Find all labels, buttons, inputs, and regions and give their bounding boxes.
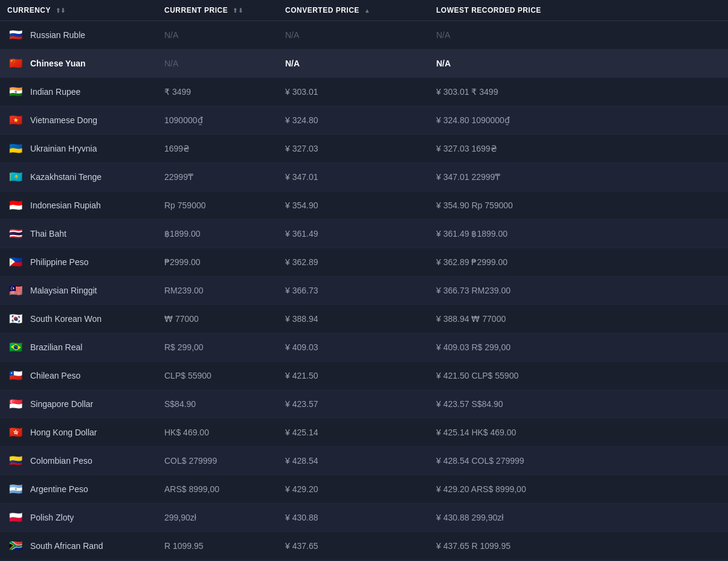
table-row: 🇷🇺Russian RubleN/AN/AN/A <box>0 21 728 50</box>
header-current-price[interactable]: CURRENT PRICE ⬆⬇ <box>157 0 278 21</box>
header-currency[interactable]: CURRENCY ⬆⬇ <box>0 0 157 21</box>
lowest-price-18: ¥ 437.65 R 1099.95 <box>429 532 728 560</box>
currency-cell-15: 🇨🇴Colombian Peso <box>0 447 157 475</box>
currency-cell-8: 🇵🇭Philippine Peso <box>0 248 157 277</box>
sort-icon-currency[interactable]: ⬆⬇ <box>56 7 66 14</box>
converted-price-17: ¥ 430.88 <box>278 504 429 532</box>
converted-price-18: ¥ 437.65 <box>278 532 429 560</box>
lowest-price-13: ¥ 423.57 S$84.90 <box>429 390 728 418</box>
currency-name-12: Chilean Peso <box>30 371 80 380</box>
lowest-price-8: ¥ 362.89 ₱2999.00 <box>429 248 728 277</box>
flag-icon-8: 🇵🇭 <box>7 254 24 271</box>
lowest-price-10: ¥ 388.94 ₩ 77000 <box>429 305 728 333</box>
converted-price-1: N/A <box>278 50 429 78</box>
current-price-4: 1699₴ <box>157 135 278 163</box>
current-price-14: HK$ 469.00 <box>157 418 278 447</box>
table-row: 🇵🇭Philippine Peso₱2999.00¥ 362.89¥ 362.8… <box>0 248 728 277</box>
converted-price-15: ¥ 428.54 <box>278 447 429 475</box>
current-price-13: S$84.90 <box>157 390 278 418</box>
converted-price-9: ¥ 366.73 <box>278 277 429 305</box>
currency-name-0: Russian Ruble <box>30 30 85 40</box>
table-row: 🇰🇷South Korean Won₩ 77000¥ 388.94¥ 388.9… <box>0 305 728 333</box>
lowest-price-0: N/A <box>429 21 728 50</box>
currency-name-10: South Korean Won <box>30 314 101 324</box>
currency-name-17: Polish Zloty <box>30 513 74 522</box>
currency-cell-11: 🇧🇷Brazilian Real <box>0 333 157 362</box>
current-price-0: N/A <box>157 21 278 50</box>
currency-name-18: South African Rand <box>30 541 103 551</box>
currency-name-5: Kazakhstani Tenge <box>30 172 101 182</box>
currency-cell-18: 🇿🇦South African Rand <box>0 532 157 560</box>
header-current-price-label: CURRENT PRICE <box>164 6 228 14</box>
currency-cell-7: 🇹🇭Thai Baht <box>0 220 157 248</box>
current-price-1: N/A <box>157 50 278 78</box>
flag-icon-0: 🇷🇺 <box>7 27 24 43</box>
converted-price-3: ¥ 324.80 <box>278 106 429 135</box>
sort-icon-current[interactable]: ⬆⬇ <box>233 7 243 14</box>
currency-name-1: Chinese Yuan <box>30 59 86 68</box>
table-row: 🇸🇬Singapore DollarS$84.90¥ 423.57¥ 423.5… <box>0 390 728 418</box>
converted-price-5: ¥ 347.01 <box>278 163 429 191</box>
converted-price-12: ¥ 421.50 <box>278 362 429 390</box>
currency-cell-5: 🇰🇿Kazakhstani Tenge <box>0 163 157 191</box>
table-row: 🇦🇷Argentine PesoARS$ 8999,00¥ 429.20¥ 42… <box>0 475 728 504</box>
current-price-18: R 1099.95 <box>157 532 278 560</box>
current-price-6: Rp 759000 <box>157 191 278 220</box>
currency-cell-3: 🇻🇳Vietnamese Dong <box>0 106 157 135</box>
lowest-price-1: N/A <box>429 50 728 78</box>
current-price-8: ₱2999.00 <box>157 248 278 277</box>
lowest-price-6: ¥ 354.90 Rp 759000 <box>429 191 728 220</box>
currency-name-15: Colombian Peso <box>30 456 92 466</box>
currency-cell-6: 🇮🇩Indonesian Rupiah <box>0 191 157 220</box>
currency-name-16: Argentine Peso <box>30 484 88 494</box>
converted-price-14: ¥ 425.14 <box>278 418 429 447</box>
converted-price-2: ¥ 303.01 <box>278 78 429 106</box>
currency-name-11: Brazilian Real <box>30 342 82 352</box>
currency-name-4: Ukrainian Hryvnia <box>30 144 97 153</box>
currency-name-8: Philippine Peso <box>30 257 89 267</box>
currency-cell-2: 🇮🇳Indian Rupee <box>0 78 157 106</box>
lowest-price-3: ¥ 324.80 1090000₫ <box>429 106 728 135</box>
table-body: 🇷🇺Russian RubleN/AN/AN/A🇨🇳Chinese YuanN/… <box>0 21 728 562</box>
converted-price-16: ¥ 429.20 <box>278 475 429 504</box>
table-row: 🇨🇱Chilean PesoCLP$ 55900¥ 421.50¥ 421.50… <box>0 362 728 390</box>
header-converted-price[interactable]: CONVERTED PRICE ▲ <box>278 0 429 21</box>
flag-icon-12: 🇨🇱 <box>7 367 24 384</box>
currency-cell-1: 🇨🇳Chinese Yuan <box>0 50 157 78</box>
header-lowest-price[interactable]: LOWEST RECORDED PRICE <box>429 0 728 21</box>
table-row: 🇺🇦Ukrainian Hryvnia1699₴¥ 327.03¥ 327.03… <box>0 135 728 163</box>
lowest-price-5: ¥ 347.01 22999₸ <box>429 163 728 191</box>
current-price-17: 299,90zł <box>157 504 278 532</box>
header-lowest-price-label: LOWEST RECORDED PRICE <box>436 6 541 14</box>
lowest-price-4: ¥ 327.03 1699₴ <box>429 135 728 163</box>
flag-icon-1: 🇨🇳 <box>7 55 24 72</box>
currency-cell-16: 🇦🇷Argentine Peso <box>0 475 157 504</box>
lowest-price-17: ¥ 430.88 299,90zł <box>429 504 728 532</box>
converted-price-6: ¥ 354.90 <box>278 191 429 220</box>
current-price-16: ARS$ 8999,00 <box>157 475 278 504</box>
lowest-price-9: ¥ 366.73 RM239.00 <box>429 277 728 305</box>
flag-icon-10: 🇰🇷 <box>7 310 24 327</box>
flag-icon-3: 🇻🇳 <box>7 112 24 129</box>
header-currency-label: CURRENCY <box>7 6 51 14</box>
currency-cell-13: 🇸🇬Singapore Dollar <box>0 390 157 418</box>
converted-price-4: ¥ 327.03 <box>278 135 429 163</box>
currency-name-14: Hong Kong Dollar <box>30 428 97 437</box>
table-row: 🇧🇷Brazilian RealR$ 299,00¥ 409.03¥ 409.0… <box>0 333 728 362</box>
currency-name-13: Singapore Dollar <box>30 399 93 409</box>
currency-name-6: Indonesian Rupiah <box>30 200 101 210</box>
table-row: 🇻🇳Vietnamese Dong1090000₫¥ 324.80¥ 324.8… <box>0 106 728 135</box>
table-row: 🇲🇾Malaysian RinggitRM239.00¥ 366.73¥ 366… <box>0 277 728 305</box>
header-converted-price-label: CONVERTED PRICE <box>285 6 359 14</box>
converted-price-7: ¥ 361.49 <box>278 220 429 248</box>
table-row: 🇿🇦South African RandR 1099.95¥ 437.65¥ 4… <box>0 532 728 560</box>
table-header-row: CURRENCY ⬆⬇ CURRENT PRICE ⬆⬇ CONVERTED P… <box>0 0 728 21</box>
lowest-price-7: ¥ 361.49 ฿1899.00 <box>429 220 728 248</box>
current-price-5: 22999₸ <box>157 163 278 191</box>
currency-cell-4: 🇺🇦Ukrainian Hryvnia <box>0 135 157 163</box>
currency-cell-14: 🇭🇰Hong Kong Dollar <box>0 418 157 447</box>
currency-name-2: Indian Rupee <box>30 87 80 97</box>
flag-icon-17: 🇵🇱 <box>7 509 24 526</box>
sort-icon-converted[interactable]: ▲ <box>364 7 370 14</box>
converted-price-8: ¥ 362.89 <box>278 248 429 277</box>
